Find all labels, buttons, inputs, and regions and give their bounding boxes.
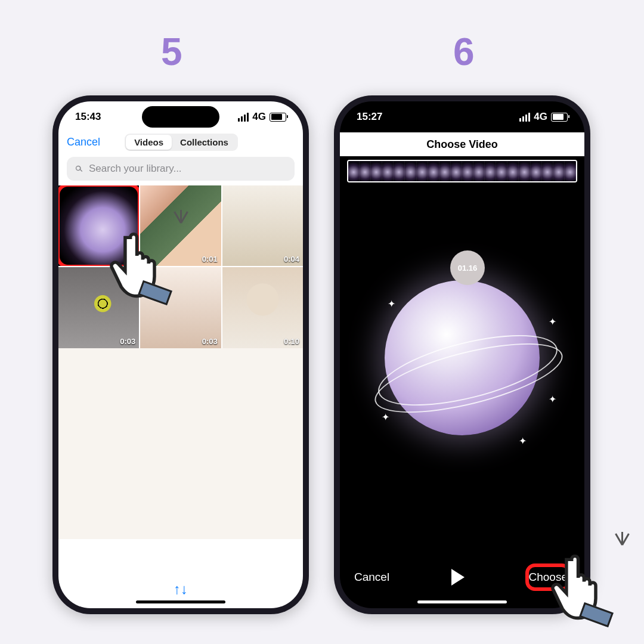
network-label: 4G bbox=[534, 111, 547, 123]
signal-icon bbox=[519, 113, 530, 122]
tab-collections[interactable]: Collections bbox=[172, 135, 237, 150]
duration: 0:03 bbox=[202, 337, 218, 346]
clock: 15:43 bbox=[75, 111, 101, 123]
clock: 15:27 bbox=[357, 111, 382, 123]
page-title: Choose Video bbox=[340, 132, 584, 156]
thumb-2[interactable]: 0:04 bbox=[222, 185, 303, 266]
dynamic-island bbox=[142, 106, 219, 128]
duration: 0:04 bbox=[284, 255, 299, 264]
phone-step5: 15:43 4G Cancel Videos Collections Searc… bbox=[52, 95, 309, 614]
search-placeholder: Search your library... bbox=[89, 163, 182, 175]
battery-icon bbox=[270, 113, 286, 122]
bottom-toolbar: Cancel Choose bbox=[340, 559, 584, 595]
cancel-button[interactable]: Cancel bbox=[67, 136, 100, 148]
trim-track[interactable] bbox=[347, 160, 577, 182]
duration: 0:01 bbox=[202, 255, 218, 264]
duration: 0:10 bbox=[284, 337, 299, 346]
signal-icon bbox=[238, 113, 249, 122]
battery-icon bbox=[551, 113, 568, 122]
thumb-5[interactable]: 0:10 bbox=[222, 267, 303, 348]
tap-cursor-icon bbox=[549, 537, 620, 620]
empty-area bbox=[58, 348, 303, 539]
duration: 0:03 bbox=[120, 337, 135, 346]
dynamic-island bbox=[423, 106, 501, 128]
home-indicator bbox=[417, 600, 507, 603]
segmented-control[interactable]: Videos Collections bbox=[125, 134, 238, 151]
sort-button[interactable]: ↑↓ bbox=[58, 581, 303, 597]
tap-cursor-icon bbox=[107, 215, 179, 298]
home-indicator bbox=[136, 600, 225, 603]
network-label: 4G bbox=[252, 111, 266, 123]
search-input[interactable]: Search your library... bbox=[67, 157, 295, 181]
play-icon[interactable] bbox=[451, 569, 465, 586]
overlay-badge: 01.16 bbox=[450, 250, 485, 285]
step-5: 5 bbox=[161, 30, 182, 74]
cancel-button[interactable]: Cancel bbox=[354, 571, 389, 584]
search-icon bbox=[74, 164, 84, 174]
tab-videos[interactable]: Videos bbox=[126, 135, 172, 150]
step-6: 6 bbox=[453, 30, 475, 74]
